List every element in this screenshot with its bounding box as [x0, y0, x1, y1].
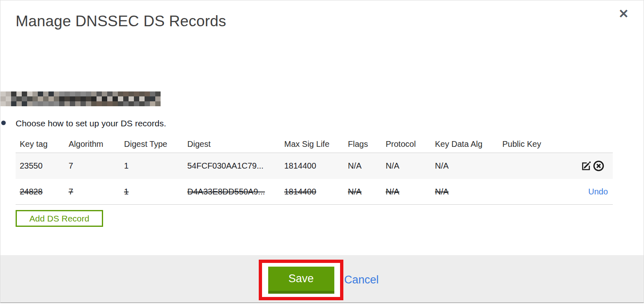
page-title: Manage DNSSEC DS Records [16, 12, 644, 31]
table-row-deleted: 24828 7 1 D4A33E8DD550A9... 1814400 N/A … [16, 179, 613, 205]
cell-digest: D4A33E8DD550A9... [183, 187, 280, 196]
col-header-key-data-alg: Key Data Alg [431, 139, 498, 149]
cell-digest: 54FCF030AA1C79... [183, 161, 280, 171]
edit-icon[interactable] [580, 160, 592, 172]
cell-key-tag: 24828 [16, 187, 64, 196]
cell-algorithm: 7 [64, 161, 120, 171]
cell-key-data-alg: N/A [431, 187, 498, 196]
cell-max-sig-life: 1814400 [280, 187, 344, 196]
cell-flags: N/A [344, 187, 382, 196]
domain-name-redacted [0, 91, 161, 106]
table-header-row: Key tag Algorithm Digest Type Digest Max… [16, 135, 613, 153]
cell-key-tag: 23550 [16, 161, 64, 171]
col-header-protocol: Protocol [382, 139, 431, 149]
annotation-highlight-box: Save [259, 260, 343, 300]
col-header-digest-type: Digest Type [120, 139, 183, 149]
save-button[interactable]: Save [268, 267, 334, 294]
cell-digest-type: 1 [120, 161, 183, 171]
cell-protocol: N/A [382, 187, 431, 196]
cell-actions [556, 160, 613, 172]
col-header-flags: Flags [344, 139, 382, 149]
col-header-digest: Digest [183, 139, 280, 149]
dialog-footer: Save Cancel [0, 255, 644, 303]
cell-algorithm: 7 [64, 187, 120, 196]
col-header-key-tag: Key tag [16, 139, 64, 149]
add-ds-record-button[interactable]: Add DS Record [16, 210, 103, 227]
cell-digest-type: 1 [120, 187, 183, 196]
close-icon[interactable]: ✕ [619, 8, 629, 20]
cell-undo: Undo [556, 187, 613, 196]
undo-link[interactable]: Undo [588, 187, 608, 196]
dnssec-ds-records-dialog: ✕ Manage DNSSEC DS Records Choose how to… [0, 0, 644, 303]
ds-records-table: Key tag Algorithm Digest Type Digest Max… [16, 135, 613, 205]
col-header-max-sig-life: Max Sig Life [280, 139, 344, 149]
cell-protocol: N/A [382, 161, 431, 171]
cell-max-sig-life: 1814400 [280, 161, 344, 171]
cancel-link[interactable]: Cancel [344, 274, 379, 286]
instruction-text: Choose how to set up your DS records. [16, 118, 644, 129]
table-row: 23550 7 1 54FCF030AA1C79... 1814400 N/A … [16, 153, 613, 179]
col-header-algorithm: Algorithm [64, 139, 120, 149]
list-bullet-icon [1, 121, 6, 125]
delete-icon[interactable] [593, 160, 605, 172]
cell-flags: N/A [344, 161, 382, 171]
cell-key-data-alg: N/A [431, 161, 498, 171]
col-header-public-key: Public Key [498, 139, 556, 149]
